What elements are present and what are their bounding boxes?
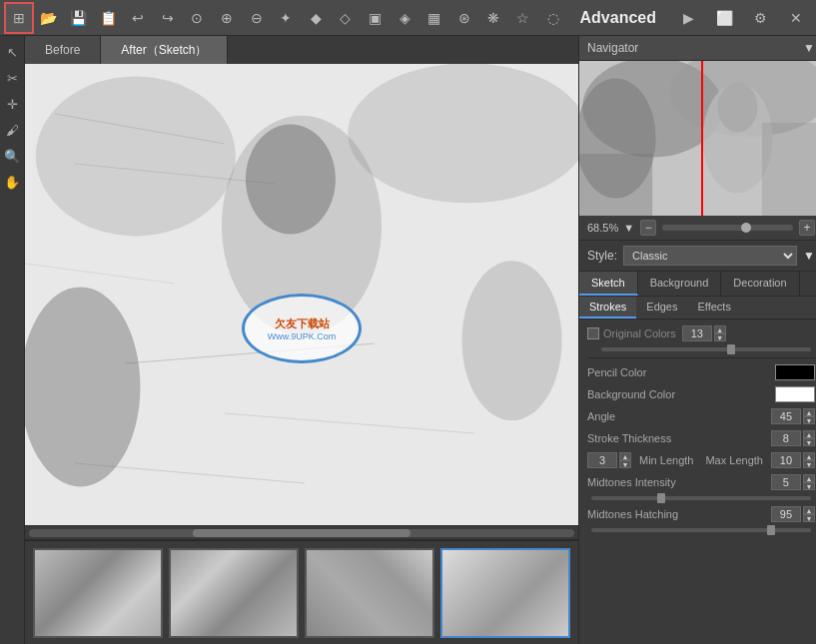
tab-after[interactable]: After（Sketch） bbox=[101, 36, 228, 64]
style-dropdown-icon[interactable]: ▼ bbox=[803, 249, 815, 263]
right-panel: Navigator ▼ 68.5% ▼ bbox=[578, 36, 816, 644]
midtones-hatching-up[interactable]: ▲ bbox=[803, 506, 815, 514]
toolbar-icon-effect1[interactable]: ✦ bbox=[271, 2, 301, 34]
zoom-decrease-button[interactable]: − bbox=[640, 220, 656, 236]
original-colors-checkbox[interactable] bbox=[587, 327, 599, 339]
toolbar-icon-effect2[interactable]: ◆ bbox=[301, 2, 331, 34]
min-length-spinner-btns: ▲ ▼ bbox=[619, 452, 631, 468]
zoom-increase-button[interactable]: + bbox=[799, 220, 815, 236]
min-length-input[interactable] bbox=[587, 452, 617, 468]
midtones-hatching-slider[interactable] bbox=[591, 528, 811, 532]
toolbar-icon-effect7[interactable]: ⊛ bbox=[449, 2, 479, 34]
stroke-thickness-down[interactable]: ▼ bbox=[803, 438, 815, 446]
original-colors-up[interactable]: ▲ bbox=[714, 325, 726, 333]
film-thumb-2[interactable] bbox=[169, 548, 299, 638]
angle-up[interactable]: ▲ bbox=[803, 408, 815, 416]
batch-icon[interactable]: ⬜ bbox=[708, 2, 740, 34]
max-length-input[interactable] bbox=[771, 452, 801, 468]
tab-sketch[interactable]: Sketch bbox=[579, 272, 638, 296]
midtones-intensity-spinner: ▲ ▼ bbox=[771, 474, 815, 490]
stroke-thickness-input[interactable] bbox=[771, 430, 801, 446]
toolbar-icon-effect3[interactable]: ◇ bbox=[331, 2, 361, 34]
midtones-intensity-up[interactable]: ▲ bbox=[803, 474, 815, 482]
toolbar-icon-redo[interactable]: ↪ bbox=[153, 2, 183, 34]
midtones-intensity-thumb[interactable] bbox=[657, 493, 665, 503]
midtones-intensity-down[interactable]: ▼ bbox=[803, 482, 815, 490]
min-length-up[interactable]: ▲ bbox=[619, 452, 631, 460]
tool-crop[interactable]: ✂ bbox=[0, 66, 24, 90]
tool-brush[interactable]: 🖌 bbox=[0, 118, 24, 142]
advanced-title: Advanced bbox=[568, 9, 668, 27]
toolbar-icon-zoom-fit[interactable]: ⊙ bbox=[182, 2, 212, 34]
navigator-preview bbox=[579, 61, 816, 216]
canvas-scrollbar-h[interactable] bbox=[25, 525, 578, 539]
sub-tab-effects[interactable]: Effects bbox=[688, 297, 741, 319]
top-right-area: Advanced ▶ ⬜ ⚙ ✕ bbox=[568, 2, 812, 34]
film-thumb-4[interactable] bbox=[440, 548, 570, 638]
tool-zoom[interactable]: 🔍 bbox=[0, 144, 24, 168]
original-colors-slider[interactable] bbox=[601, 347, 811, 351]
toolbar-icon-copy[interactable]: 📋 bbox=[93, 2, 123, 34]
midtones-intensity-input[interactable] bbox=[771, 474, 801, 490]
zoom-label: 68.5% ▼ bbox=[587, 222, 634, 234]
midtones-hatching-input[interactable] bbox=[771, 506, 801, 522]
original-colors-checkbox-row: Original Colors bbox=[587, 327, 676, 339]
toolbar-icon-effect5[interactable]: ◈ bbox=[390, 2, 419, 34]
toolbar-icon-zoom-out[interactable]: ⊖ bbox=[242, 2, 272, 34]
film-thumb-1[interactable] bbox=[33, 548, 163, 638]
max-length-spinner-btns: ▲ ▼ bbox=[803, 452, 815, 468]
toolbar-icon-open[interactable]: 📂 bbox=[34, 2, 64, 34]
toolbar-icon-zoom-in[interactable]: ⊕ bbox=[212, 2, 242, 34]
max-length-up[interactable]: ▲ bbox=[803, 452, 815, 460]
zoom-thumb[interactable] bbox=[741, 223, 751, 233]
close-icon[interactable]: ✕ bbox=[780, 2, 812, 34]
toolbar-icon-effect9[interactable]: ☆ bbox=[508, 2, 538, 34]
min-length-spinner: ▲ ▼ bbox=[587, 452, 631, 468]
pencil-color-swatch[interactable] bbox=[775, 364, 815, 380]
top-toolbar: ⊞ 📂 💾 📋 ↩ ↪ ⊙ ⊕ ⊖ ✦ ◆ ◇ ▣ ◈ ▦ ⊛ ❋ ☆ ◌ Ad… bbox=[0, 0, 816, 36]
toolbar-icon-effect10[interactable]: ◌ bbox=[538, 2, 568, 34]
pencil-color-label: Pencil Color bbox=[587, 366, 769, 378]
original-colors-input[interactable] bbox=[682, 325, 712, 341]
max-length-down[interactable]: ▼ bbox=[803, 460, 815, 468]
sub-tab-strokes[interactable]: Strokes bbox=[579, 297, 636, 319]
midtones-hatching-thumb[interactable] bbox=[767, 525, 775, 535]
toolbar-icon-effect8[interactable]: ❋ bbox=[478, 2, 508, 34]
toolbar-icon-save[interactable]: 💾 bbox=[64, 2, 94, 34]
settings-icon[interactable]: ⚙ bbox=[744, 2, 776, 34]
toolbar-icon-effect4[interactable]: ▣ bbox=[361, 2, 391, 34]
svg-point-4 bbox=[36, 76, 236, 236]
tool-move[interactable]: ✛ bbox=[0, 92, 24, 116]
angle-down[interactable]: ▼ bbox=[803, 416, 815, 424]
sub-tab-edges[interactable]: Edges bbox=[636, 297, 687, 319]
tool-hand[interactable]: ✋ bbox=[0, 170, 24, 194]
navigator-collapse-icon[interactable]: ▼ bbox=[803, 41, 815, 55]
style-select[interactable]: Classic bbox=[623, 246, 797, 266]
navigator-preview-svg bbox=[579, 61, 816, 216]
original-colors-down[interactable]: ▼ bbox=[714, 333, 726, 341]
svg-point-5 bbox=[348, 64, 578, 203]
tool-select[interactable]: ↖ bbox=[0, 40, 24, 64]
original-colors-slider-thumb[interactable] bbox=[727, 344, 735, 354]
midtones-intensity-slider[interactable] bbox=[591, 496, 811, 500]
original-colors-spinner-btns: ▲ ▼ bbox=[714, 325, 726, 341]
original-colors-spinner: ▲ ▼ bbox=[682, 325, 726, 341]
canvas-area: Before After（Sketch） bbox=[25, 36, 578, 644]
background-color-swatch[interactable] bbox=[775, 386, 815, 402]
toolbar-icon-new[interactable]: ⊞ bbox=[4, 2, 34, 34]
scrollbar-track[interactable] bbox=[29, 529, 574, 537]
tab-decoration[interactable]: Decoration bbox=[721, 272, 799, 296]
tab-background[interactable]: Background bbox=[638, 272, 722, 296]
midtones-hatching-down[interactable]: ▼ bbox=[803, 514, 815, 522]
toolbar-icon-undo[interactable]: ↩ bbox=[123, 2, 153, 34]
stroke-thickness-up[interactable]: ▲ bbox=[803, 430, 815, 438]
tab-before[interactable]: Before bbox=[25, 36, 101, 64]
angle-input[interactable] bbox=[771, 408, 801, 424]
film-thumb-3[interactable] bbox=[305, 548, 434, 638]
navigator-header: Navigator ▼ bbox=[579, 36, 816, 61]
scrollbar-thumb[interactable] bbox=[193, 529, 410, 537]
toolbar-icon-effect6[interactable]: ▦ bbox=[419, 2, 449, 34]
zoom-slider[interactable] bbox=[662, 225, 793, 231]
play-button[interactable]: ▶ bbox=[672, 2, 704, 34]
min-length-down[interactable]: ▼ bbox=[619, 460, 631, 468]
